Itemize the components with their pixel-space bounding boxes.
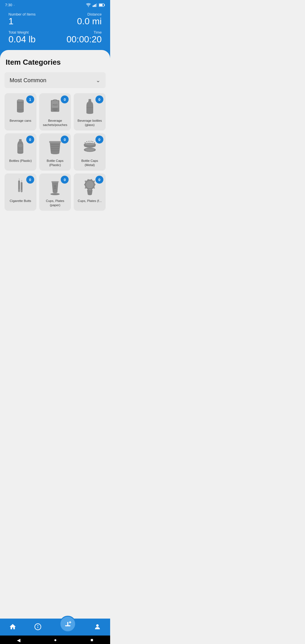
item-label-beverage-bottles-glass: Beverage bottles (glass) bbox=[76, 119, 103, 127]
notification-dot: · bbox=[14, 3, 15, 7]
svg-rect-3 bbox=[96, 3, 97, 7]
distance-value: 0.0 mi bbox=[55, 16, 102, 26]
chevron-down-icon: ⌄ bbox=[96, 77, 101, 84]
svg-rect-2 bbox=[95, 4, 96, 7]
item-label-bottle-caps-metal: Bottle Caps (Metal) bbox=[76, 159, 103, 167]
item-card-beverage-cans[interactable]: 1 Beverage cans bbox=[5, 93, 36, 130]
svg-point-52 bbox=[84, 184, 85, 185]
svg-rect-5 bbox=[99, 4, 103, 6]
svg-point-56 bbox=[93, 180, 95, 182]
svg-point-24 bbox=[18, 144, 23, 147]
svg-rect-46 bbox=[18, 189, 20, 192]
item-card-cigarette-butts[interactable]: 0 Cigarette Butts bbox=[5, 173, 36, 211]
item-card-bottles-plastic[interactable]: 0 Bottles (Plastic) bbox=[5, 133, 36, 171]
signal-icon bbox=[93, 3, 97, 7]
time-stat: Time 00:00:20 bbox=[55, 30, 102, 44]
item-badge-beverage-bottles-glass: 0 bbox=[95, 95, 103, 103]
item-label-beverage-sachets: Beverage sachets/pouches bbox=[42, 119, 69, 127]
distance-label: Distance bbox=[55, 12, 102, 16]
svg-rect-18 bbox=[53, 110, 57, 111]
distance-stat: Distance 0.0 mi bbox=[55, 12, 102, 26]
item-card-bottle-caps-plastic[interactable]: 0 Bottle Caps (Plastic) bbox=[39, 133, 71, 171]
svg-rect-22 bbox=[19, 139, 22, 141]
item-badge-bottle-caps-metal: 0 bbox=[95, 136, 103, 143]
item-label-bottle-caps-plastic: Bottle Caps (Plastic) bbox=[42, 159, 69, 167]
time: 7:30 bbox=[5, 3, 12, 7]
weight-label: Total Weight bbox=[8, 30, 55, 34]
item-label-cups-plates-foam: Cups, Plates (f... bbox=[78, 199, 102, 203]
svg-rect-23 bbox=[19, 141, 22, 142]
svg-point-35 bbox=[85, 143, 94, 145]
items-stat: Number of Items 1 bbox=[8, 12, 55, 26]
category-dropdown[interactable]: Most Common ⌄ bbox=[5, 72, 106, 88]
svg-point-61 bbox=[85, 187, 86, 189]
item-badge-cups-plates-paper: 0 bbox=[61, 176, 69, 184]
svg-point-32 bbox=[85, 148, 94, 151]
svg-rect-6 bbox=[104, 4, 105, 6]
status-right bbox=[86, 3, 105, 7]
svg-point-36 bbox=[84, 144, 85, 145]
svg-rect-30 bbox=[49, 141, 61, 143]
svg-rect-48 bbox=[51, 181, 59, 183]
item-card-cups-plates-paper[interactable]: 0 Cups, Plates (paper) bbox=[39, 173, 71, 211]
svg-rect-11 bbox=[18, 99, 20, 101]
item-badge-bottle-caps-plastic: 0 bbox=[61, 136, 69, 143]
item-label-cigarette-butts: Cigarette Butts bbox=[10, 199, 31, 203]
item-label-beverage-cans: Beverage cans bbox=[10, 119, 31, 123]
weight-stat: Total Weight 0.04 lb bbox=[8, 30, 55, 44]
svg-point-54 bbox=[87, 179, 89, 180]
item-card-cups-plates-foam[interactable]: 0 bbox=[74, 173, 106, 211]
item-label-bottles-plastic: Bottles (Plastic) bbox=[9, 159, 32, 163]
status-left: 7:30 · bbox=[5, 3, 15, 7]
item-badge-beverage-cans: 1 bbox=[26, 95, 34, 103]
item-label-cups-plates-paper: Cups, Plates (paper) bbox=[42, 199, 69, 207]
svg-point-58 bbox=[93, 187, 95, 189]
svg-point-49 bbox=[50, 193, 60, 195]
svg-point-53 bbox=[85, 180, 86, 182]
svg-point-41 bbox=[92, 141, 93, 142]
svg-rect-0 bbox=[93, 5, 93, 7]
svg-point-51 bbox=[86, 181, 93, 188]
svg-point-42 bbox=[94, 142, 95, 143]
svg-point-38 bbox=[86, 141, 87, 142]
category-dropdown-label: Most Common bbox=[10, 77, 46, 84]
status-bar: 7:30 · bbox=[0, 0, 110, 9]
svg-point-57 bbox=[94, 184, 95, 185]
item-card-beverage-bottles-glass[interactable]: 0 Beverage bottles (glass) bbox=[74, 93, 106, 130]
time-value: 00:00:20 bbox=[55, 34, 102, 44]
svg-text:H₂O: H₂O bbox=[53, 103, 58, 106]
svg-rect-1 bbox=[94, 5, 95, 7]
svg-point-37 bbox=[84, 142, 86, 143]
svg-point-55 bbox=[91, 179, 92, 180]
item-badge-cigarette-butts: 0 bbox=[26, 176, 34, 184]
svg-rect-47 bbox=[21, 190, 23, 192]
content-area: Item Categories Most Common ⌄ 1 Beverage… bbox=[0, 50, 110, 239]
svg-point-9 bbox=[17, 111, 24, 113]
items-grid: 1 Beverage cans 0 bbox=[5, 93, 106, 211]
svg-point-43 bbox=[95, 144, 96, 145]
svg-point-40 bbox=[90, 141, 91, 142]
svg-point-25 bbox=[18, 150, 23, 152]
items-label: Number of Items bbox=[8, 12, 55, 16]
item-badge-bottles-plastic: 0 bbox=[26, 136, 34, 143]
battery-icon bbox=[99, 3, 105, 7]
weight-value: 0.04 lb bbox=[8, 34, 55, 44]
time-label: Time bbox=[55, 30, 102, 34]
wifi-icon bbox=[86, 3, 91, 7]
item-badge-beverage-sachets: 0 bbox=[61, 95, 69, 103]
item-card-bottle-caps-metal[interactable]: 0 bbox=[74, 133, 106, 171]
item-card-beverage-sachets[interactable]: 0 H₂O Beverage sachets/pouches bbox=[39, 93, 71, 130]
items-value: 1 bbox=[8, 16, 55, 26]
item-badge-cups-plates-foam: 0 bbox=[95, 176, 103, 184]
section-title: Item Categories bbox=[5, 58, 106, 67]
svg-rect-20 bbox=[88, 101, 91, 103]
svg-point-39 bbox=[88, 141, 90, 142]
svg-rect-17 bbox=[53, 109, 58, 110]
